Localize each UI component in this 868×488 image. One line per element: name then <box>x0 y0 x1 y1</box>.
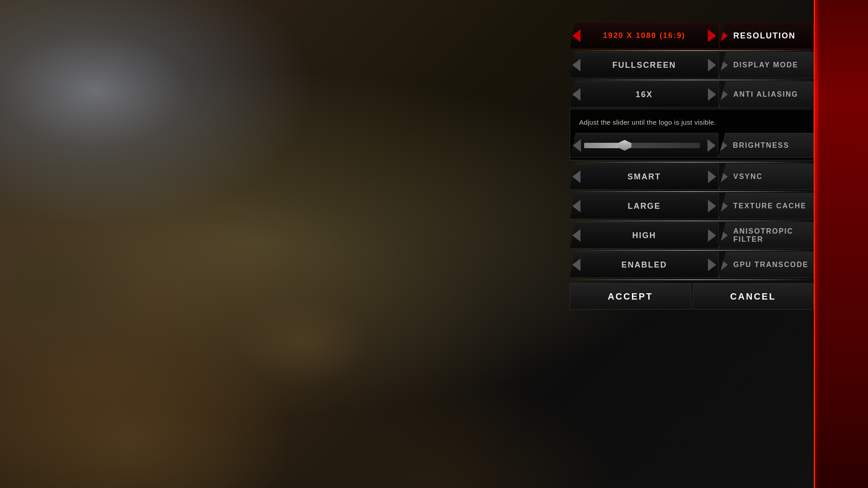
gpu-transcode-value: ENABLED <box>621 260 667 270</box>
vsync-value: SMART <box>627 172 661 182</box>
anti-aliasing-value: 16x <box>636 90 653 99</box>
gpu-transcode-label-side: GPU TRANSCODE <box>719 252 814 278</box>
anisotropic-filter-row: HIGH ANISOTROPIC FILTER <box>570 222 814 249</box>
texture-cache-row: LARGE TEXTURE CACHE <box>570 193 814 219</box>
brightness-label-side: BRIGHTNESS <box>718 133 813 158</box>
vsync-label-side: VSYNC <box>719 164 814 190</box>
brightness-slider-track[interactable] <box>584 143 700 148</box>
bottom-buttons: ACCEPT CANCEL <box>570 283 814 310</box>
separator-7 <box>570 279 814 280</box>
brightness-slider-thumb[interactable] <box>618 140 632 151</box>
anti-aliasing-row: 16x ANTI ALIASING <box>570 81 814 108</box>
separator-4 <box>570 191 814 192</box>
sky-overlay <box>0 0 316 226</box>
brightness-label: BRIGHTNESS <box>733 141 789 150</box>
anti-aliasing-value-side[interactable]: 16x <box>570 81 719 108</box>
gpu-transcode-row: ENABLED GPU TRANSCODE <box>570 252 814 278</box>
display-mode-value-side[interactable]: FULLSCREEN <box>570 52 719 78</box>
vsync-label: VSYNC <box>733 173 763 181</box>
resolution-label-side: RESOLUTION <box>719 23 814 49</box>
separator-3 <box>570 162 814 163</box>
settings-panel: 868 x 488 (16:9) RESOLUTION FULLSCREEN… <box>570 23 814 310</box>
texture-cache-value: LARGE <box>628 202 661 211</box>
brightness-slider-container[interactable] <box>570 133 718 158</box>
cancel-button[interactable]: CANCEL <box>693 283 814 310</box>
texture-cache-label: TEXTURE CACHE <box>733 202 807 210</box>
display-mode-value: FULLSCREEN <box>613 61 676 70</box>
display-mode-label: DISPLAY MODE <box>733 61 798 69</box>
right-decorative-panel <box>814 0 868 488</box>
vsync-value-side[interactable]: SMART <box>570 164 719 190</box>
accept-label: ACCEPT <box>608 291 653 302</box>
separator-2 <box>570 80 814 80</box>
anisotropic-filter-label-side: ANISOTROPIC FILTER <box>719 222 814 249</box>
anisotropic-filter-value: HIGH <box>632 231 656 240</box>
display-mode-row: FULLSCREEN DISPLAY MODE <box>570 52 814 78</box>
anti-aliasing-label: ANTI ALIASING <box>733 90 798 99</box>
brightness-row: BRIGHTNESS <box>570 133 813 158</box>
separator-5 <box>570 221 814 221</box>
resolution-value-side[interactable]: 868 x 488 (16:9) <box>570 23 719 49</box>
gpu-transcode-value-side[interactable]: ENABLED <box>570 252 719 278</box>
resolution-row: 868 x 488 (16:9) RESOLUTION <box>570 23 814 49</box>
anisotropic-filter-value-side[interactable]: HIGH <box>570 222 719 249</box>
texture-cache-label-side: TEXTURE CACHE <box>719 193 814 219</box>
display-mode-label-side: DISPLAY MODE <box>719 52 814 78</box>
accept-button[interactable]: ACCEPT <box>570 283 691 310</box>
anisotropic-filter-label: ANISOTROPIC FILTER <box>733 227 813 244</box>
gpu-transcode-label: GPU TRANSCODE <box>733 261 808 269</box>
texture-cache-value-side[interactable]: LARGE <box>570 193 719 219</box>
resolution-value: 868 x 488 (16:9) <box>603 31 686 40</box>
brightness-section: Adjust the slider until the logo is just… <box>570 109 814 160</box>
separator-1 <box>570 50 814 51</box>
vsync-row: SMART VSYNC <box>570 164 814 190</box>
right-panel-inner <box>818 0 868 488</box>
cancel-label: CANCEL <box>730 291 776 302</box>
resolution-label: RESOLUTION <box>733 31 796 41</box>
brightness-hint: Adjust the slider until the logo is just… <box>570 109 813 131</box>
anti-aliasing-label-side: ANTI ALIASING <box>719 81 814 108</box>
separator-6 <box>570 250 814 251</box>
